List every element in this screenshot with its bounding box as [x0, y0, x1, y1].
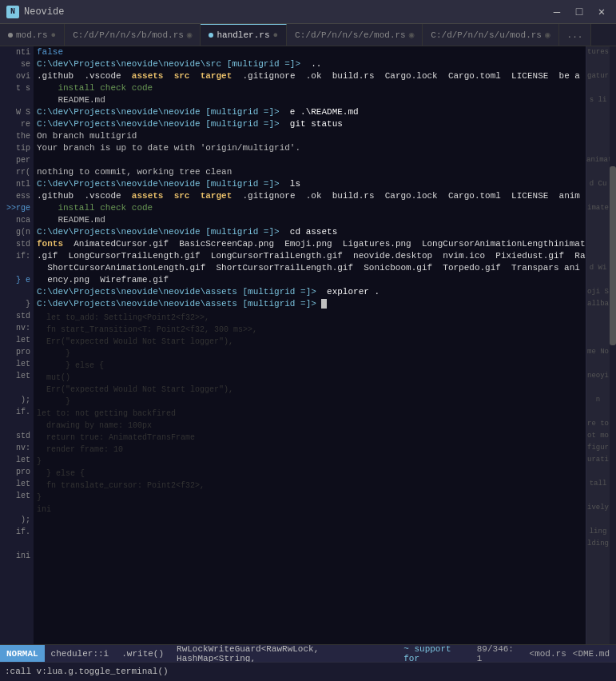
left-line [0, 418, 34, 430]
tab-label: handler.rs [217, 30, 269, 40]
left-line: ovi [0, 70, 34, 82]
code-line: } else { [34, 468, 586, 480]
right-line [586, 310, 610, 322]
left-line: se [0, 58, 34, 70]
main-editor: nti se ovi t s W S re the tip per rr( nt… [0, 46, 616, 644]
tab-more[interactable]: ... [559, 24, 592, 46]
terminal-code-area[interactable]: false C:\dev\Projects\neovide\neovide\sr… [34, 46, 586, 644]
status-position: 89/346: 1 [477, 644, 523, 662]
terminal-line: Your branch is up to date with 'origin/m… [34, 142, 586, 154]
tab-e-mod-rs[interactable]: C:/d/P/n/n/s/e/mod.rs ◉ [287, 24, 423, 46]
left-line [0, 262, 34, 274]
right-line: d Cu [586, 178, 610, 190]
terminal-line: C:\dev\Projects\neovide\neovide\src [mul… [34, 58, 586, 70]
right-line [586, 334, 610, 346]
close-button[interactable]: ✕ [594, 4, 610, 20]
code-line: } [34, 456, 586, 468]
right-line [586, 118, 610, 130]
code-line: README.md [34, 94, 586, 106]
code-line: drawing by name: 100px [34, 420, 586, 432]
right-line [586, 466, 610, 478]
code-right-panel: tures gatur s li animate d Cu imate d Wi… [586, 46, 610, 644]
left-line: std [0, 238, 34, 250]
code-line: } [34, 492, 586, 504]
tab-label: mod.rs [16, 30, 48, 40]
terminal-line: On branch multigrid [34, 130, 586, 142]
code-line: install check code [34, 202, 586, 214]
left-line: re [0, 118, 34, 130]
right-line [586, 274, 610, 286]
right-line: n [586, 394, 610, 406]
code-line: fn start_Transition<T: Point2<f32, 300 m… [34, 324, 586, 336]
right-line: d Wi [586, 262, 610, 274]
right-line [586, 58, 610, 70]
app-icon: N [6, 6, 19, 18]
left-line: ); [0, 394, 34, 406]
left-line: } [0, 298, 34, 310]
right-line: urati [586, 454, 610, 466]
code-line: install check code [34, 82, 586, 94]
right-line: ively [586, 502, 610, 514]
terminal-line: ShortCursorAnimationLength.gif ShortCurs… [34, 262, 586, 274]
left-line [0, 502, 34, 514]
code-line: } else { [34, 360, 586, 372]
left-line: per [0, 154, 34, 166]
status-left: NORMAL cheduler::i .write() RwLockWriteG… [0, 645, 403, 662]
tab-dot [8, 33, 13, 38]
right-line: tall [586, 478, 610, 490]
tab-handler-rs[interactable]: handler.rs ● [201, 24, 287, 46]
tab-b-mod-rs[interactable]: C:/d/P/n/n/s/b/mod.rs ◉ [65, 24, 201, 46]
code-line: mut() [34, 372, 586, 384]
tab-mod-rs[interactable]: mod.rs ● [0, 24, 65, 46]
maximize-button[interactable]: □ [571, 4, 587, 20]
right-line: lding [586, 538, 610, 550]
scrollbar[interactable] [610, 46, 616, 644]
left-line: nv: [0, 442, 34, 454]
right-line [586, 106, 610, 118]
app-title: Neovide [24, 6, 549, 18]
minimize-button[interactable]: — [549, 4, 565, 20]
left-line: ini [0, 550, 34, 562]
right-line [586, 190, 610, 202]
right-line [586, 214, 610, 226]
left-line: ntl [0, 178, 34, 190]
terminal-line: ency.png Wireframe.gif [34, 274, 586, 286]
code-left-panel: nti se ovi t s W S re the tip per rr( nt… [0, 46, 34, 644]
left-line: } e [0, 274, 34, 286]
right-line [586, 490, 610, 502]
status-write: .write() [115, 649, 170, 659]
left-line: tip [0, 142, 34, 154]
right-line: s li [586, 94, 610, 106]
left-line: let [0, 334, 34, 346]
left-line: g(n [0, 226, 34, 238]
window-controls: — □ ✕ [549, 4, 610, 20]
left-line: the [0, 130, 34, 142]
code-line: Err("expected Would Not Start logger"), [34, 336, 586, 348]
code-line: ini [34, 504, 586, 516]
left-line: let [0, 370, 34, 382]
code-line: render frame: 10 [34, 444, 586, 456]
status-support: ~ support for [403, 644, 471, 662]
right-line: imate [586, 202, 610, 214]
status-file: cheduler::i [45, 649, 116, 659]
scrollbar-thumb[interactable] [610, 166, 616, 345]
right-line [586, 238, 610, 250]
right-line: neoyi [586, 370, 610, 382]
left-line: let [0, 490, 34, 502]
terminal-line: .gif LongCursorTrailLength.gif LongCurso… [34, 250, 586, 262]
left-line [0, 94, 34, 106]
tab-u-mod-rs[interactable]: C:/d/P/n/n/s/u/mod.rs ◉ [423, 24, 558, 46]
left-line: rr( [0, 166, 34, 178]
right-line: re to [586, 418, 610, 430]
terminal-line: C:\dev\Projects\neovide\neovide [multigr… [34, 178, 586, 190]
terminal-line: C:\dev\Projects\neovide\neovide\assets [… [34, 286, 586, 298]
right-line [586, 514, 610, 526]
terminal-line: nothing to commit, working tree clean [34, 166, 586, 178]
status-mode: NORMAL [0, 645, 45, 662]
tab-bar: mod.rs ● C:/d/P/n/n/s/b/mod.rs ◉ handler… [0, 24, 616, 46]
editor-view: nti se ovi t s W S re the tip per rr( nt… [0, 46, 616, 644]
code-line: let to_add: Settling<Point2<f32>>, [34, 312, 586, 324]
left-line: if. [0, 526, 34, 538]
status-bar: NORMAL cheduler::i .write() RwLockWriteG… [0, 644, 616, 662]
terminal-line: C:\dev\Projects\neovide\neovide [multigr… [34, 226, 586, 238]
